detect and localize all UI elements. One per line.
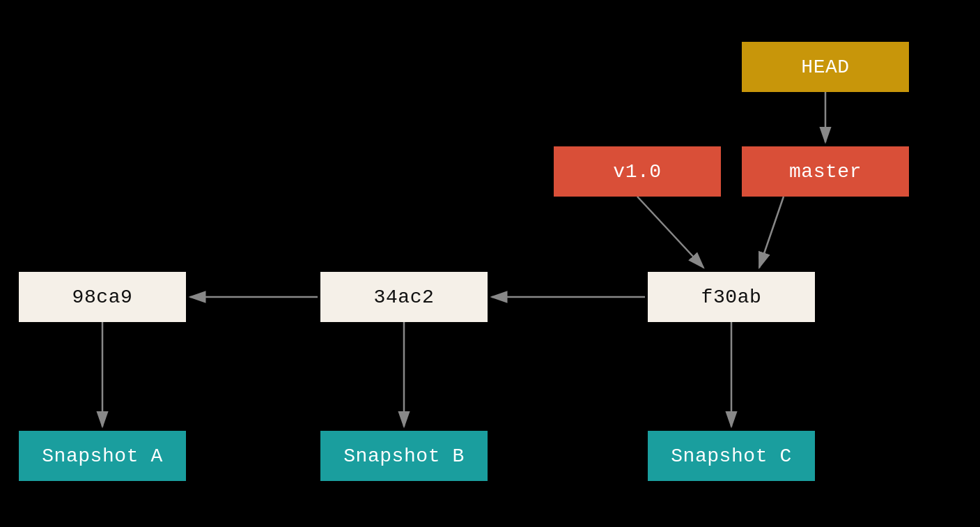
- v1-node: v1.0: [554, 146, 721, 197]
- 98ca9-node: 98ca9: [19, 272, 186, 322]
- snapshot-a-label: Snapshot A: [42, 445, 163, 467]
- master-label: master: [789, 161, 862, 183]
- v1-label: v1.0: [613, 161, 661, 183]
- f30ab-node: f30ab: [648, 272, 815, 322]
- snapshot-c-label: Snapshot C: [671, 445, 792, 467]
- snapshot-b-label: Snapshot B: [343, 445, 465, 467]
- 34ac2-node: 34ac2: [320, 272, 488, 322]
- head-label: HEAD: [801, 56, 849, 78]
- svg-line-2: [637, 197, 703, 268]
- f30ab-label: f30ab: [701, 287, 762, 308]
- master-node: master: [742, 146, 909, 197]
- 34ac2-label: 34ac2: [374, 287, 435, 308]
- svg-line-3: [759, 197, 784, 268]
- snapshot-a-node: Snapshot A: [19, 431, 186, 481]
- 98ca9-label: 98ca9: [72, 287, 133, 308]
- snapshot-b-node: Snapshot B: [320, 431, 488, 481]
- head-node: HEAD: [742, 42, 909, 92]
- snapshot-c-node: Snapshot C: [648, 431, 815, 481]
- git-diagram: HEAD master v1.0 f30ab 34ac2 98ca9 Snaps…: [0, 0, 980, 527]
